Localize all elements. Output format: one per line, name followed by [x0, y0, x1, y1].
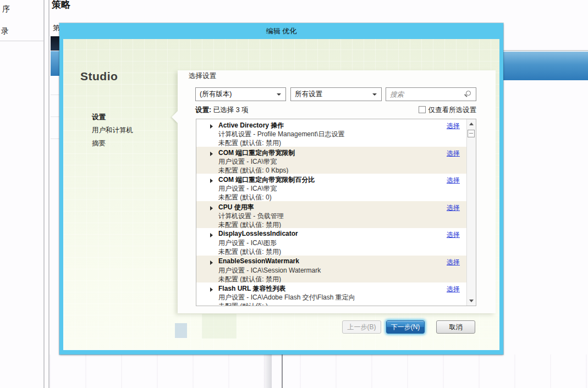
setting-name: COM 端口重定向带宽限制	[218, 148, 295, 158]
select-link[interactable]: 选择	[447, 285, 460, 294]
next-button[interactable]: 下一步(N)	[386, 320, 425, 334]
dialog-titlebar[interactable]: 编辑 优化	[59, 23, 503, 39]
setting-row[interactable]: CPU 使用率 计算机设置 - 负载管理 未配置 (默认值: 禁用) 选择	[196, 201, 467, 229]
arrow-up-icon	[469, 123, 474, 125]
expand-arrow-icon[interactable]	[210, 124, 213, 129]
studio-logo: Studio	[80, 70, 118, 83]
setting-path: 用户设置 - ICA\带宽	[218, 184, 277, 193]
expand-arrow-icon[interactable]	[210, 179, 213, 183]
setting-row[interactable]: Flash URL 兼容性列表 用户设置 - ICA\Adobe Flash 交…	[196, 282, 467, 306]
background-selected-row-right	[503, 52, 588, 80]
wizard-step-summary: 摘要	[92, 139, 106, 152]
scroll-up-button[interactable]	[467, 119, 476, 129]
setting-status: 未配置 (默认值: )	[218, 302, 268, 306]
setting-row[interactable]: DisplayLosslessIndicator 用户设置 - ICA\图形 未…	[196, 228, 467, 256]
background-panel-divider	[282, 354, 283, 388]
back-button: 上一步(B)	[342, 320, 381, 334]
cancel-button[interactable]: 取消	[436, 320, 475, 334]
setting-name: COM 端口重定向带宽限制百分比	[218, 175, 315, 185]
setting-name: CPU 使用率	[218, 203, 254, 212]
setting-row[interactable]: COM 端口重定向带宽限制 用户设置 - ICA\带宽 未配置 (默认值: 0 …	[196, 147, 467, 174]
background-selected-row-left	[51, 51, 59, 76]
setting-row[interactable]: EnableSessionWatermark 用户设置 - ICA\Sessio…	[196, 256, 467, 283]
wizard-step-settings: 设置	[92, 113, 106, 126]
background-dark-block	[51, 36, 59, 51]
scroll-thumb[interactable]	[468, 130, 475, 137]
setting-path: 用户设置 - ICA\带宽	[218, 157, 277, 167]
search-input[interactable]	[386, 88, 463, 101]
select-link[interactable]: 选择	[447, 230, 460, 240]
expand-arrow-icon[interactable]	[210, 260, 213, 265]
show-selected-label[interactable]: 仅查看所选设置	[428, 106, 477, 114]
category-filter-dropdown[interactable]: 所有设置	[290, 87, 382, 101]
background-row-line	[51, 95, 59, 95]
setting-row[interactable]: Active Directory 操作 计算机设置 - Profile Mana…	[196, 119, 467, 147]
select-link[interactable]: 选择	[447, 176, 460, 185]
background-page-title: 策略	[52, 0, 70, 11]
arrow-down-icon	[469, 300, 474, 302]
setting-name: EnableSessionWatermark	[218, 257, 299, 265]
show-selected-only: 仅查看所选设置	[419, 106, 477, 115]
chevron-down-icon	[372, 93, 377, 96]
select-link[interactable]: 选择	[447, 258, 460, 267]
setting-path: 计算机设置 - 负载管理	[218, 212, 284, 221]
expand-arrow-icon[interactable]	[210, 152, 213, 156]
settings-list: Active Directory 操作 计算机设置 - Profile Mana…	[196, 119, 476, 306]
select-link[interactable]: 选择	[447, 203, 460, 213]
left-pane-fragment-1: 序	[2, 4, 10, 14]
version-filter-dropdown[interactable]: (所有版本)	[195, 87, 286, 101]
wizard-step-users-machines: 用户和计算机	[92, 126, 133, 139]
background-header-line	[503, 50, 588, 51]
setting-name: Flash URL 兼容性列表	[218, 284, 285, 293]
background-row-line	[51, 138, 59, 139]
setting-row[interactable]: COM 端口重定向带宽限制百分比 用户设置 - ICA\带宽 未配置 (默认值:…	[196, 174, 467, 201]
scroll-down-button[interactable]	[467, 296, 476, 306]
summary-label: 设置:	[195, 106, 211, 114]
setting-name: Active Directory 操作	[218, 121, 284, 130]
pane-divider-line-2	[48, 0, 50, 388]
screen: 序 录 策略 第 编辑 优化 Studio 设置 用户和计算机 摘要 选择设置	[0, 0, 588, 388]
setting-path: 用户设置 - ICA\Adobe Flash 交付\Flash 重定向	[218, 293, 355, 302]
left-pane-separator	[0, 41, 43, 41]
category-filter-value: 所有设置	[295, 90, 322, 98]
left-pane-fragment-2: 录	[1, 26, 9, 36]
mosaic-accent	[202, 314, 237, 339]
version-filter-value: (所有版本)	[200, 90, 232, 98]
expand-arrow-icon[interactable]	[210, 233, 213, 237]
select-link[interactable]: 选择	[447, 149, 460, 158]
expand-arrow-icon[interactable]	[210, 206, 213, 210]
edit-optimization-dialog: 编辑 优化 Studio 设置 用户和计算机 摘要 选择设置 (所有版本) 所有…	[59, 23, 503, 354]
summary-value: 已选择 3 项	[213, 106, 249, 114]
pane-divider-line-1	[43, 0, 45, 388]
dialog-body: Studio 设置 用户和计算机 摘要 选择设置 (所有版本) 所有设置	[63, 39, 499, 350]
expand-arrow-icon[interactable]	[210, 287, 213, 292]
background-column-stripes	[50, 354, 588, 388]
selection-summary: 设置: 已选择 3 项 仅查看所选设置	[195, 106, 476, 115]
active-step-notch	[172, 111, 178, 123]
panel-heading: 选择设置	[189, 71, 216, 81]
setting-path: 计算机设置 - Profile Management\日志设置	[218, 130, 344, 139]
background-row-line	[51, 117, 59, 117]
setting-name: DisplayLosslessIndicator	[218, 230, 298, 237]
content-panel: 选择设置 (所有版本) 所有设置 设置: 已选择 3 项	[178, 70, 496, 313]
chevron-down-icon	[277, 93, 281, 96]
list-scrollbar[interactable]	[466, 119, 476, 306]
setting-path: 用户设置 - ICA\图形	[218, 239, 277, 248]
background-panel-edge	[263, 354, 272, 388]
search-icon	[466, 91, 471, 96]
show-selected-checkbox[interactable]	[419, 106, 426, 113]
search-box	[386, 87, 476, 101]
mosaic-accent	[175, 323, 187, 338]
select-link[interactable]: 选择	[447, 121, 460, 131]
setting-path: 用户设置 - ICA\Session Watermark	[218, 266, 321, 275]
